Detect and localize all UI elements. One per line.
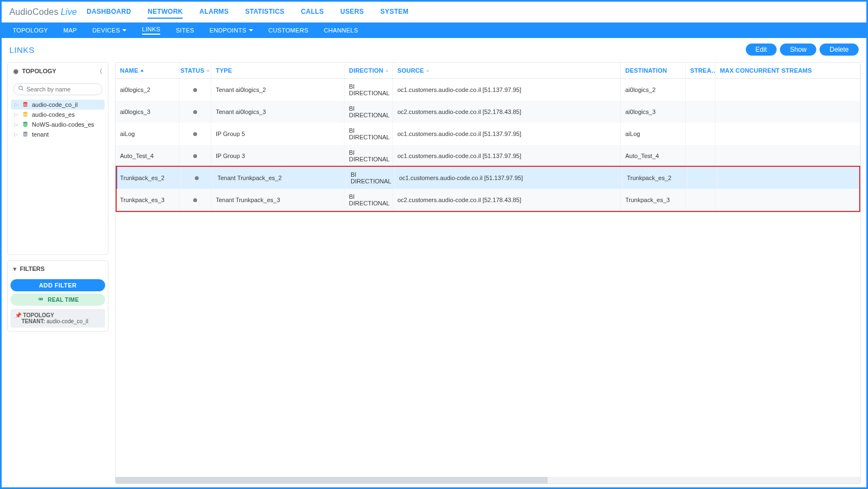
svg-point-4: [23, 105, 28, 106]
page-title: LINKS: [9, 45, 35, 55]
table-row[interactable]: ai0logics_3Tenant ai0logics_3BI DIRECTIO…: [116, 101, 860, 123]
sub-nav-customers[interactable]: CUSTOMERS: [261, 24, 316, 37]
filter-icon: ▾: [13, 265, 17, 272]
tree-item[interactable]: ▷NoWS-audio-codes_es: [11, 119, 105, 129]
expand-icon[interactable]: ▷: [14, 102, 19, 107]
svg-point-13: [23, 134, 28, 136]
col-direction[interactable]: DIRECTION: [345, 63, 393, 78]
main-nav-users[interactable]: USERS: [340, 6, 364, 19]
tree-item[interactable]: ▷audio-code_co_il: [11, 100, 105, 110]
status-dot-icon: [193, 198, 197, 202]
col-streams[interactable]: STREA…: [686, 63, 716, 78]
svg-point-10: [23, 124, 28, 126]
realtime-label: REAL TIME: [48, 297, 79, 303]
col-destination[interactable]: DESTINATION: [621, 63, 686, 78]
realtime-badge[interactable]: REAL TIME: [10, 294, 105, 306]
main-nav-statistics[interactable]: STATISTICS: [245, 6, 284, 19]
table-row[interactable]: aiLogIP Group 5BI DIRECTIONALoc1.custome…: [116, 123, 860, 145]
table-row[interactable]: ai0logics_2Tenant ai0logics_2BI DIRECTIO…: [116, 79, 860, 101]
delete-button[interactable]: Delete: [820, 44, 859, 56]
topology-title: TOPOLOGY: [22, 68, 56, 74]
status-dot-icon: [193, 132, 197, 136]
database-icon: [22, 131, 29, 138]
expand-icon[interactable]: ▷: [14, 132, 19, 137]
svg-point-7: [23, 115, 28, 116]
col-type[interactable]: TYPE: [211, 63, 345, 78]
tree-item-label: audio-code_co_il: [32, 101, 78, 108]
sub-nav-sites[interactable]: SITES: [168, 24, 201, 37]
svg-line-1: [22, 89, 23, 90]
pin-icon: 📌: [15, 312, 21, 318]
col-max-streams[interactable]: MAX CONCURRENT STREAMS: [716, 63, 860, 78]
status-dot-icon: [195, 176, 199, 180]
main-nav-network[interactable]: NETWORK: [148, 6, 183, 19]
filters-panel: ▾FILTERS ADD FILTER REAL TIME 📌 TOPOLOGY…: [7, 260, 108, 332]
show-button[interactable]: Show: [780, 44, 816, 56]
database-icon: [22, 101, 29, 108]
svg-point-0: [19, 86, 22, 89]
tree-item[interactable]: ▷audio-codes_es: [11, 110, 105, 119]
sub-nav-devices[interactable]: DEVICES: [85, 24, 134, 37]
sub-nav-links[interactable]: LINKS: [134, 23, 168, 38]
tree-item-label: audio-codes_es: [32, 111, 75, 118]
database-icon: [22, 121, 29, 128]
status-dot-icon: [193, 88, 197, 92]
col-name[interactable]: NAME: [116, 63, 179, 78]
main-nav: DASHBOARDNETWORKALARMSSTATISTICSCALLSUSE…: [87, 6, 409, 19]
tree-item-label: tenant: [32, 131, 49, 138]
main-nav-alarms[interactable]: ALARMS: [199, 6, 228, 19]
search-input-wrap[interactable]: [13, 83, 102, 95]
brand-sub: Live: [61, 7, 77, 17]
sub-nav-map[interactable]: MAP: [56, 24, 85, 37]
main-nav-system[interactable]: SYSTEM: [380, 6, 408, 19]
tree-item[interactable]: ▷tenant: [11, 129, 105, 139]
search-icon: [18, 85, 24, 93]
status-dot-icon: [193, 110, 197, 114]
col-status[interactable]: STATUS: [179, 63, 211, 78]
brand-main: AudioCodes: [9, 7, 58, 17]
expand-icon[interactable]: ▷: [14, 112, 19, 117]
sub-nav-topology[interactable]: TOPOLOGY: [5, 24, 56, 37]
table-row[interactable]: Auto_Test_4IP Group 3BI DIRECTIONALoc1.c…: [116, 145, 860, 167]
status-dot-icon: [193, 154, 197, 158]
main-nav-dashboard[interactable]: DASHBOARD: [87, 6, 132, 19]
horizontal-scrollbar[interactable]: [116, 477, 860, 483]
filters-title: FILTERS: [20, 265, 45, 272]
chevron-down-icon: [122, 29, 127, 31]
database-icon: [22, 111, 29, 118]
edit-button[interactable]: Edit: [746, 44, 777, 56]
main-nav-calls[interactable]: CALLS: [301, 6, 324, 19]
globe-icon: ◉: [13, 68, 19, 74]
expand-icon[interactable]: ▷: [14, 122, 19, 127]
sub-nav-channels[interactable]: CHANNELS: [316, 24, 365, 37]
chevron-down-icon: [249, 29, 253, 31]
topology-filter-pill[interactable]: 📌 TOPOLOGY TENANT: audio-code_co_il: [10, 309, 105, 328]
table-row[interactable]: Trunkpack_es_2Tenant Trunkpack_es_2BI DI…: [116, 167, 860, 189]
topology-panel: ◉TOPOLOGY 〈 ▷audio-code_co_il▷audio-code…: [7, 62, 108, 255]
tree-item-label: NoWS-audio-codes_es: [32, 121, 94, 128]
col-source[interactable]: SOURCE: [393, 63, 621, 78]
search-input[interactable]: [26, 86, 97, 93]
collapse-icon[interactable]: 〈: [96, 67, 102, 75]
infinity-icon: [37, 296, 45, 303]
table-row[interactable]: Trunkpack_es_3Tenant Trunkpack_es_3BI DI…: [116, 189, 860, 211]
links-table: NAME STATUS TYPE DIRECTION SOURCE DESTIN…: [115, 62, 861, 484]
sub-nav: TOPOLOGYMAPDEVICESLINKSSITESENDPOINTSCUS…: [2, 23, 866, 38]
add-filter-button[interactable]: ADD FILTER: [10, 279, 105, 291]
brand-logo: AudioCodes Live: [9, 7, 77, 17]
sub-nav-endpoints[interactable]: ENDPOINTS: [202, 24, 261, 37]
